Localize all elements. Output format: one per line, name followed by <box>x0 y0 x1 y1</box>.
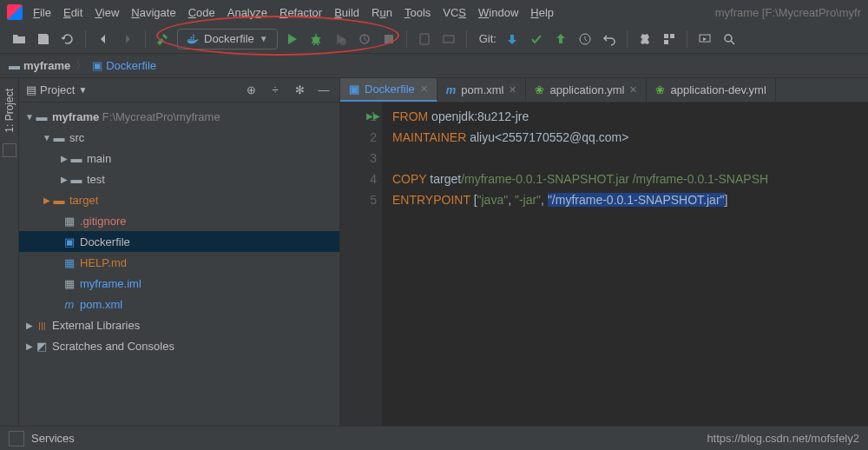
menu-edit[interactable]: Edit <box>63 6 82 19</box>
svg-rect-7 <box>664 34 668 38</box>
tree-main[interactable]: ▬ main <box>19 148 339 169</box>
coverage-icon[interactable] <box>330 29 351 50</box>
menu-window[interactable]: Window <box>478 6 518 19</box>
project-panel-header: ▤ Project ▼ ⊕ ÷ ✻ — <box>19 78 339 103</box>
menu-navigate[interactable]: Navigate <box>131 6 175 19</box>
tree-dockerfile[interactable]: ▣ Dockerfile <box>19 231 339 252</box>
structure-tool-tab[interactable] <box>3 143 16 157</box>
run-icon[interactable] <box>281 29 302 50</box>
tree-gitignore[interactable]: ▦ .gitignore <box>19 210 339 231</box>
debug-icon[interactable] <box>306 29 326 50</box>
expand-all-icon[interactable]: ÷ <box>266 82 284 99</box>
avd-icon[interactable] <box>414 29 435 50</box>
hide-icon[interactable]: — <box>315 82 332 99</box>
close-icon[interactable]: ✕ <box>420 83 428 95</box>
status-bar: Services https://blog.csdn.net/mofsfely2 <box>0 426 868 450</box>
breadcrumb-file[interactable]: ▣ Dockerfile <box>92 59 156 72</box>
chevron-down-icon: ▼ <box>260 34 268 43</box>
menu-code[interactable]: Code <box>188 6 215 19</box>
tree-help[interactable]: ▦ HELP.md <box>19 252 339 273</box>
app-icon <box>7 4 23 20</box>
editor-gutter: 1▶▶ 2 3 4 5 <box>340 103 382 426</box>
locate-icon[interactable]: ⊕ <box>242 82 260 99</box>
menu-run[interactable]: Run <box>372 6 392 19</box>
menu-file[interactable]: File <box>33 6 51 19</box>
presentation-icon[interactable] <box>694 29 715 50</box>
tab-app-yml[interactable]: ❀ application.yml ✕ <box>526 78 647 102</box>
svg-point-11 <box>725 35 732 42</box>
chevron-down-icon: ▼ <box>78 85 87 95</box>
svg-rect-3 <box>385 35 393 43</box>
tab-app-dev-yml[interactable]: ❀ application-dev.yml <box>647 78 775 102</box>
scratches-icon: ◩ <box>35 340 49 353</box>
tree-pom[interactable]: m pom.xml <box>19 294 339 314</box>
svg-point-1 <box>339 38 346 45</box>
open-icon[interactable] <box>9 29 30 50</box>
back-icon[interactable] <box>93 29 114 50</box>
save-icon[interactable] <box>33 29 54 50</box>
tab-dockerfile[interactable]: ▣ Dockerfile ✕ <box>340 78 437 102</box>
git-rollback-icon[interactable] <box>599 29 620 50</box>
close-icon[interactable]: ✕ <box>509 84 516 96</box>
menu-tools[interactable]: Tools <box>404 6 431 19</box>
breadcrumb: ▬ myframe 〉 ▣ Dockerfile <box>0 54 868 78</box>
menu-help[interactable]: Help <box>530 6 554 19</box>
profile-icon[interactable] <box>354 29 375 50</box>
file-icon: ▦ <box>62 215 76 228</box>
services-tool-button[interactable]: Services <box>31 432 75 445</box>
refresh-icon[interactable] <box>57 29 78 50</box>
hammer-icon[interactable] <box>153 29 174 50</box>
sdk-icon[interactable] <box>438 29 459 50</box>
settings-icon[interactable] <box>635 29 655 50</box>
breadcrumb-root[interactable]: ▬ myframe <box>9 59 70 72</box>
watermark: https://blog.csdn.net/mofsfely2 <box>707 432 859 445</box>
tree-root[interactable]: ▬ myframe F:\MycreatPro\myframe <box>19 106 339 127</box>
md-icon: ▦ <box>62 256 76 269</box>
tab-pom[interactable]: m pom.xml ✕ <box>437 78 527 102</box>
forward-icon[interactable] <box>117 29 138 50</box>
svg-rect-8 <box>670 34 674 38</box>
menu-refactor[interactable]: Refactor <box>279 6 322 19</box>
project-view-dropdown[interactable]: ▤ Project ▼ <box>26 83 87 96</box>
project-tree: ▬ myframe F:\MycreatPro\myframe ▬ src ▬ … <box>19 103 339 360</box>
search-icon[interactable] <box>719 29 740 50</box>
file-icon: ▦ <box>62 277 76 290</box>
code-editor[interactable]: FROM openjdk:8u212-jreMAINTAINER aliyu<2… <box>382 103 868 426</box>
git-update-icon[interactable] <box>502 29 523 50</box>
gear-icon[interactable]: ✻ <box>291 82 308 99</box>
menu-analyze[interactable]: Analyze <box>227 6 267 19</box>
svg-rect-4 <box>420 34 429 44</box>
close-icon[interactable]: ✕ <box>629 84 637 96</box>
tool-window-toggle[interactable] <box>9 431 24 447</box>
run-gutter-icon[interactable]: ▶▶ <box>366 106 380 127</box>
docker-icon <box>187 33 199 45</box>
git-push-icon[interactable] <box>550 29 571 50</box>
spring-icon: ❀ <box>535 83 544 96</box>
tree-target[interactable]: ▬ target <box>19 189 339 210</box>
window-title-path: myframe [F:\MycreatPro\myfr <box>715 6 861 19</box>
project-tool-tab[interactable]: 1: Project <box>2 83 17 138</box>
maven-icon: m <box>62 298 76 311</box>
tree-external-libs[interactable]: ⫼ External Libraries <box>19 314 339 335</box>
docker-icon: ▣ <box>62 235 76 248</box>
folder-icon: ▬ <box>69 173 83 186</box>
tree-test[interactable]: ▬ test <box>19 169 339 189</box>
tree-scratches[interactable]: ◩ Scratches and Consoles <box>19 335 339 356</box>
menu-view[interactable]: View <box>95 6 119 19</box>
menu-bar: File Edit View Navigate Code Analyze Ref… <box>0 0 868 24</box>
run-config-name: Dockerfile <box>204 32 254 45</box>
folder-icon: ▬ <box>69 152 83 165</box>
toolbar: Dockerfile ▼ Git: <box>0 24 868 54</box>
tree-src[interactable]: ▬ src <box>19 127 339 148</box>
library-icon: ⫼ <box>35 319 49 332</box>
menu-build[interactable]: Build <box>334 6 359 19</box>
maven-icon: m <box>446 83 457 96</box>
tree-iml[interactable]: ▦ myframe.iml <box>19 273 339 294</box>
stop-icon[interactable] <box>378 29 399 50</box>
project-panel: ▤ Project ▼ ⊕ ÷ ✻ — ▬ myframe F:\Mycreat… <box>19 78 340 426</box>
structure-icon[interactable] <box>659 29 680 50</box>
run-config-dropdown[interactable]: Dockerfile ▼ <box>177 29 278 50</box>
menu-vcs[interactable]: VCS <box>443 6 466 19</box>
git-history-icon[interactable] <box>575 29 595 50</box>
git-commit-icon[interactable] <box>526 29 547 50</box>
